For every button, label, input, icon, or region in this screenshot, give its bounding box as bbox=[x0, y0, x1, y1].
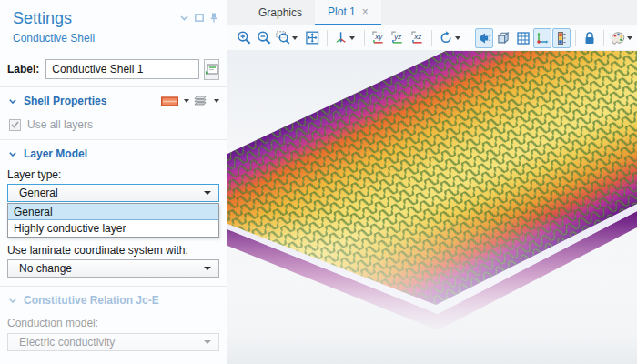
show-axes-icon bbox=[535, 31, 550, 46]
laminate-system-value: No change bbox=[19, 262, 204, 275]
color-theme-dropdown-caret[interactable] bbox=[627, 36, 632, 40]
conduction-model-value: Electric conductivity bbox=[19, 336, 204, 349]
graphics-panel: Graphics Plot 1 × bbox=[228, 0, 637, 364]
tab-close-icon[interactable]: × bbox=[362, 6, 369, 17]
shell-layer-icon[interactable] bbox=[161, 96, 178, 106]
view-xy-icon: xy bbox=[371, 30, 387, 46]
section-layer-model[interactable]: Layer Model bbox=[0, 144, 227, 164]
settings-panel: Settings Conductive Shell Label: bbox=[0, 0, 228, 364]
conduction-model-combobox[interactable]: Electric conductivity bbox=[7, 333, 219, 351]
zoom-box-button[interactable] bbox=[274, 28, 302, 48]
zoom-box-dropdown-caret[interactable] bbox=[292, 36, 298, 40]
zoom-in-icon bbox=[237, 30, 252, 46]
zoom-extents-button[interactable] bbox=[303, 28, 322, 48]
collapse-chevron-icon bbox=[9, 99, 16, 104]
label-input[interactable] bbox=[46, 59, 199, 79]
view-yz-button[interactable]: yz bbox=[389, 28, 408, 48]
toolbar-separator bbox=[575, 30, 576, 46]
reflection-fade bbox=[228, 215, 637, 364]
panel-menu-chevron-icon[interactable] bbox=[180, 15, 188, 21]
zoom-in-button[interactable] bbox=[235, 28, 254, 48]
collapse-chevron-icon bbox=[9, 298, 16, 303]
scene-light-button[interactable] bbox=[475, 28, 493, 48]
pin-icon[interactable] bbox=[210, 13, 217, 23]
graphics-tabbar: Graphics Plot 1 × bbox=[228, 0, 637, 25]
go-to-view-dropdown-caret[interactable] bbox=[349, 36, 355, 40]
shell-layer-dropdown-caret[interactable] bbox=[184, 99, 189, 103]
toolbar-separator bbox=[364, 30, 365, 46]
toolbar-separator bbox=[470, 30, 470, 46]
combobox-arrow-icon bbox=[204, 267, 211, 270]
divider bbox=[0, 139, 227, 140]
combobox-arrow-icon bbox=[204, 340, 211, 344]
grid-button[interactable] bbox=[514, 28, 532, 48]
check-icon bbox=[11, 121, 19, 128]
rotate-icon bbox=[439, 30, 453, 46]
zoom-extents-icon bbox=[305, 30, 320, 46]
go-to-default-view-button[interactable] bbox=[332, 28, 359, 48]
use-all-layers-label: Use all layers bbox=[27, 118, 93, 131]
section-title: Shell Properties bbox=[24, 95, 106, 107]
app-window: Settings Conductive Shell Label: bbox=[0, 0, 637, 364]
laminate-system-label: Use laminate coordinate system with: bbox=[7, 243, 219, 258]
rename-icon bbox=[205, 64, 218, 76]
layer-type-value: General bbox=[19, 187, 204, 199]
svg-text:yz: yz bbox=[394, 33, 402, 41]
divider bbox=[0, 286, 227, 287]
dropdown-option-highly-conductive[interactable]: Highly conductive layer bbox=[8, 220, 218, 237]
layer-type-label: Layer type: bbox=[7, 167, 219, 182]
conduction-model-label: Conduction model: bbox=[7, 316, 219, 330]
layer-type-dropdown-list: General Highly conductive layer bbox=[7, 203, 219, 238]
graphics-toolbar: xy yz xz bbox=[228, 25, 637, 51]
float-window-icon[interactable] bbox=[195, 14, 204, 22]
rename-button[interactable] bbox=[204, 59, 219, 80]
settings-header: Settings bbox=[0, 0, 227, 29]
zoom-out-icon bbox=[257, 30, 272, 46]
svg-text:xz: xz bbox=[413, 33, 421, 41]
use-all-layers-row: Use all layers bbox=[9, 116, 227, 133]
svg-text:xy: xy bbox=[374, 33, 383, 41]
lock-view-button[interactable] bbox=[581, 28, 599, 48]
color-legend-icon bbox=[555, 31, 568, 46]
transparency-icon bbox=[496, 31, 511, 46]
3d-surface-plot bbox=[228, 51, 637, 364]
transparency-button[interactable] bbox=[494, 28, 513, 48]
zoom-box-icon bbox=[276, 30, 290, 46]
collapse-chevron-icon bbox=[9, 152, 16, 157]
view-xz-button[interactable]: xz bbox=[409, 28, 428, 48]
section-title: Layer Model bbox=[24, 147, 87, 160]
view-xy-button[interactable]: xy bbox=[369, 28, 389, 48]
combobox-arrow-icon bbox=[204, 191, 211, 195]
color-theme-palette-icon bbox=[611, 31, 625, 46]
use-all-layers-checkbox[interactable] bbox=[9, 119, 21, 131]
rotate-view-button[interactable] bbox=[437, 28, 465, 48]
section-constitutive-relation[interactable]: Constitutive Relation Jc-E bbox=[0, 290, 227, 310]
tab-plot-1-label: Plot 1 bbox=[328, 5, 356, 18]
color-legend-button[interactable] bbox=[552, 28, 571, 48]
tab-plot-1[interactable]: Plot 1 × bbox=[315, 0, 381, 25]
toolbar-separator bbox=[327, 30, 328, 46]
laminate-system-combobox[interactable]: No change bbox=[7, 259, 219, 278]
section-shell-properties[interactable]: Shell Properties bbox=[0, 91, 227, 111]
settings-node-subtitle: Conductive Shell bbox=[0, 29, 227, 46]
go-to-default-view-icon bbox=[334, 30, 348, 46]
divider bbox=[0, 86, 227, 87]
layer-stack-icon[interactable] bbox=[193, 96, 208, 106]
label-row: Label: bbox=[7, 58, 219, 80]
grid-icon bbox=[516, 31, 531, 46]
layer-type-combobox[interactable]: General bbox=[7, 184, 219, 202]
plot-canvas[interactable] bbox=[228, 51, 637, 364]
lock-icon bbox=[582, 31, 597, 46]
show-axes-button[interactable] bbox=[533, 28, 551, 48]
toolbar-separator bbox=[603, 30, 604, 46]
constitutive-section-disabled: Constitutive Relation Jc-E Conduction mo… bbox=[0, 290, 227, 351]
layer-stack-dropdown-caret[interactable] bbox=[214, 99, 219, 103]
view-xz-icon: xz bbox=[410, 30, 426, 46]
dropdown-option-general[interactable]: General bbox=[8, 204, 218, 220]
settings-panel-title: Settings bbox=[13, 7, 72, 29]
rotate-dropdown-caret[interactable] bbox=[455, 36, 460, 40]
section-title: Constitutive Relation Jc-E bbox=[24, 294, 159, 307]
tab-graphics[interactable]: Graphics bbox=[246, 0, 315, 25]
color-theme-button[interactable] bbox=[609, 28, 637, 48]
zoom-out-button[interactable] bbox=[255, 28, 274, 48]
